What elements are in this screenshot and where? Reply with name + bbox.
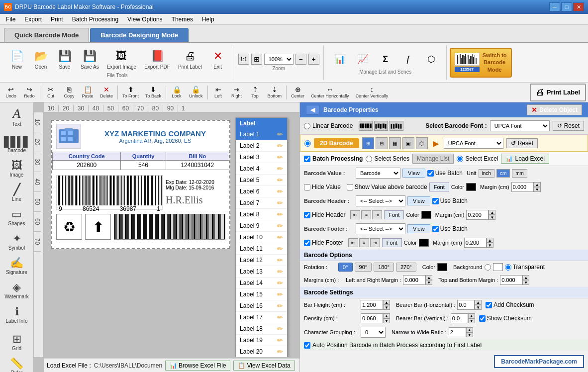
tb-margin-down[interactable]: ▼ [522, 280, 529, 285]
browse-excel-button[interactable]: 📊 Browse Excel File [165, 361, 230, 371]
bearer-v-input[interactable] [451, 313, 468, 323]
label-item-2[interactable]: Label 2✏ [236, 140, 287, 152]
bearer-h-down[interactable]: ▼ [475, 305, 482, 310]
rotation-90-button[interactable]: 90° [355, 263, 372, 272]
menu-print[interactable]: Print [47, 15, 67, 24]
2d-barcode-button[interactable]: 2D Barcode [314, 138, 359, 148]
unlock-button[interactable]: 🔓 Unlock [186, 84, 206, 101]
delete-button[interactable]: ✕ Delete [97, 84, 116, 101]
label-item-15[interactable]: Label 15✏ [236, 289, 287, 300]
export-image-button[interactable]: 🖼 Export Image [104, 47, 139, 72]
label-card[interactable]: XYZ MARKETING COMPANY Argentina AR, Arg,… [51, 120, 230, 249]
exit-button[interactable]: ✕ Exit [207, 47, 229, 72]
align-left-icon[interactable]: ⇤ [350, 210, 360, 219]
label-item-6[interactable]: Label 6✏ [236, 186, 287, 197]
2d-font-select[interactable]: UPCA Font [444, 138, 503, 149]
top-button[interactable]: ⇡ Top [246, 84, 264, 101]
copy-button[interactable]: ⎘ Copy [60, 84, 78, 101]
use-batch-footer-checkbox[interactable]: Use Batch [432, 225, 468, 232]
bearer-h-up[interactable]: ▲ [475, 300, 482, 305]
open-button[interactable]: 📂 Open [30, 47, 52, 72]
manage-list-btn3[interactable]: Σ [375, 50, 396, 68]
value-color-box[interactable] [466, 183, 476, 191]
menu-themes[interactable]: Themes [168, 15, 197, 24]
align-right-icon[interactable]: ⇥ [372, 210, 382, 219]
footer-margin-up[interactable]: ▲ [487, 238, 493, 243]
label-item-1[interactable]: Label 1✏ [236, 129, 287, 140]
show-value-above-checkbox[interactable]: Show Value above barcode [347, 184, 427, 190]
label-item-16[interactable]: Label 16✏ [236, 300, 287, 312]
label-item-8[interactable]: Label 8✏ [236, 209, 287, 220]
label-item-14[interactable]: Label 14✏ [236, 278, 287, 289]
2d-icon-2[interactable]: ⊟ [376, 137, 388, 149]
label-item-7[interactable]: Label 7✏ [236, 197, 287, 209]
bottom-button[interactable]: ⇣ Bottom [265, 84, 285, 101]
footer-color-box[interactable] [419, 239, 429, 247]
2d-icon-5[interactable]: ⬡ [416, 137, 428, 149]
manage-list-button[interactable]: Manage List [412, 154, 454, 164]
zoom-in-button[interactable]: + [308, 54, 319, 65]
linear-icon-1[interactable]: ▋▋▋▋▋ [359, 121, 373, 131]
align-center-icon[interactable]: ≡ [361, 210, 371, 219]
tab-quick-barcode[interactable]: Quick Barcode Mode [4, 28, 89, 42]
label-item-11[interactable]: Label 11✏ [236, 243, 287, 255]
lr-margin-input[interactable] [403, 275, 425, 285]
load-excel-button[interactable]: 📊 Load Excel [501, 154, 549, 164]
center-button[interactable]: ⊕ Center [288, 84, 307, 101]
background-color-box[interactable] [493, 263, 503, 271]
barcode-footer-select[interactable]: <-- Select --> [356, 223, 405, 234]
2d-icon-4[interactable]: ▣ [402, 137, 414, 149]
header-color-box[interactable] [421, 211, 431, 219]
label-item-17[interactable]: Label 17✏ [236, 312, 287, 323]
density-down[interactable]: ▼ [383, 318, 390, 323]
zoom-out-button[interactable]: − [295, 54, 306, 65]
barcode-header-select[interactable]: <-- Select --> [356, 195, 405, 206]
hide-header-checkbox[interactable]: Hide Header [304, 211, 345, 218]
sidebar-item-text[interactable]: A Text [2, 104, 32, 130]
label-item-5[interactable]: Label 5✏ [236, 175, 287, 186]
cut-button[interactable]: ✂ Cut [42, 84, 60, 101]
header-margin-up[interactable]: ▲ [489, 210, 495, 215]
label-item-12[interactable]: Label 12✏ [236, 255, 287, 266]
barcode-header-view-button[interactable]: View [407, 196, 430, 205]
lr-margin-up[interactable]: ▲ [425, 275, 432, 280]
label-item-20[interactable]: Label 20✏ [236, 346, 287, 357]
close-button[interactable]: ✕ [573, 2, 584, 11]
auto-position-checkbox[interactable]: Auto Position Barcode in Batch Process a… [304, 342, 482, 349]
rotation-0-button[interactable]: 0° [338, 263, 353, 272]
left-button[interactable]: ⇤ Left [209, 84, 227, 101]
ratio-button[interactable]: 1:1 [238, 54, 249, 65]
use-batch-header-checkbox[interactable]: Use Batch [432, 197, 468, 204]
menu-file[interactable]: File [2, 15, 19, 24]
batch-processing-checkbox[interactable]: Batch Processing [304, 155, 363, 162]
sidebar-item-ruler[interactable]: 📏 Ruler [2, 355, 32, 372]
transparent-radio[interactable]: Transparent [505, 264, 545, 271]
narrow-wide-input[interactable] [449, 327, 466, 337]
label-item-18[interactable]: Label 18✏ [236, 323, 287, 335]
show-checksum-checkbox[interactable]: Show Checksum [479, 315, 532, 322]
label-item-19[interactable]: Label 19✏ [236, 335, 287, 346]
hide-footer-checkbox[interactable]: Hide Footer [304, 239, 343, 246]
bar-height-input[interactable] [361, 300, 383, 310]
header-margin-input[interactable] [466, 210, 489, 220]
undo-button[interactable]: ↩ Undo [2, 84, 20, 101]
delete-object-button[interactable]: ✕ Delete Object [527, 104, 582, 115]
sidebar-item-symbol[interactable]: ✦ Symbol [2, 230, 32, 254]
label-item-10[interactable]: Label 10✏ [236, 232, 287, 243]
zoom-select[interactable]: 100% 50% 150% 200% [264, 54, 294, 65]
linear-icon-2[interactable]: ▌▋▌▋▌ [374, 121, 388, 131]
rotation-270-button[interactable]: 270° [396, 263, 416, 272]
minimize-button[interactable]: ─ [549, 2, 560, 11]
print-label-button[interactable]: 🖨 Print Label [530, 84, 586, 101]
tb-margin-input[interactable] [500, 275, 522, 285]
reset-button[interactable]: ↺ Reset [553, 121, 584, 131]
add-checksum-checkbox[interactable]: Add Checksum [486, 301, 534, 308]
label-item-9[interactable]: Label 9✏ [236, 220, 287, 232]
menu-help[interactable]: Help [198, 15, 218, 24]
hide-value-checkbox[interactable]: Hide Value [304, 184, 341, 190]
2d-reset-button[interactable]: ↺ Reset [506, 138, 538, 148]
sidebar-item-watermark[interactable]: ◈ Watermark [2, 279, 32, 302]
sidebar-item-signature[interactable]: ✍ Signature [2, 255, 32, 278]
center-h-button[interactable]: ↔ Center Horizontally [308, 84, 352, 101]
footer-font-button[interactable]: Font [382, 238, 402, 247]
